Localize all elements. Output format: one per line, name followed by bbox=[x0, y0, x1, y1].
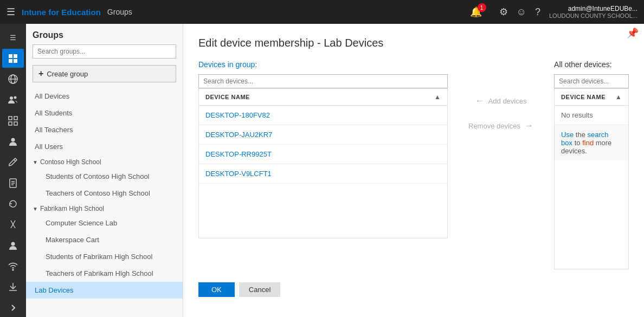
other-sort-icon[interactable]: ▲ bbox=[615, 93, 622, 101]
devices-in-group-table: DEVICE NAME ▲ DESKTOP-180FV82 DESKTOP-JA… bbox=[198, 88, 448, 238]
arrow-left-icon: ← bbox=[475, 96, 484, 106]
sort-icon[interactable]: ▲ bbox=[434, 93, 441, 101]
svg-rect-0 bbox=[9, 54, 12, 58]
group-item-all-users[interactable]: All Users bbox=[26, 138, 183, 155]
other-column-header-label: DEVICE NAME bbox=[561, 94, 606, 100]
group-item-students-contoso[interactable]: Students of Contoso High School bbox=[37, 168, 183, 185]
sidebar-icon-download[interactable] bbox=[2, 277, 24, 296]
brand-label: Intune for Education bbox=[22, 8, 101, 17]
svg-point-13 bbox=[11, 138, 15, 141]
expand-fabrikam-icon: ▼ bbox=[33, 206, 38, 212]
sidebar-icon-pencil[interactable] bbox=[2, 153, 24, 171]
section-label: Groups bbox=[107, 8, 132, 16]
sidebar-icon-expand[interactable] bbox=[2, 299, 24, 317]
search-hint: Use the search box to find moredevices. bbox=[555, 125, 628, 160]
section-contoso[interactable]: ▼ Contoso High School bbox=[26, 155, 183, 168]
create-group-button[interactable]: + Create group bbox=[33, 65, 176, 82]
notifications-area[interactable]: 🔔 1 bbox=[470, 6, 491, 18]
group-item-all-teachers[interactable]: All Teachers bbox=[26, 121, 183, 138]
user-info[interactable]: admin@IntuneEDUBe... LOUDOUN COUNTY SCHO… bbox=[549, 5, 637, 19]
sidebar-icon-refresh[interactable] bbox=[2, 195, 24, 213]
remove-devices-button[interactable]: Remove devices → bbox=[461, 118, 541, 134]
notification-badge: 1 bbox=[478, 3, 486, 12]
svg-rect-10 bbox=[14, 117, 17, 120]
sidebar-icon-hamburger[interactable]: ☰ bbox=[2, 28, 24, 47]
other-empty-space bbox=[555, 160, 628, 269]
svg-point-8 bbox=[14, 96, 17, 99]
group-item-students-fabrikam[interactable]: Students of Fabrikam High School bbox=[37, 248, 183, 265]
section-fabrikam-label: Fabrikam High School bbox=[40, 205, 104, 212]
svg-rect-12 bbox=[14, 122, 17, 125]
sidebar-icon-globe[interactable] bbox=[2, 70, 24, 88]
all-other-devices-header: DEVICE NAME ▲ bbox=[555, 89, 628, 106]
groups-search-area bbox=[33, 44, 176, 59]
groups-panel: Groups + Create group All Devices All St… bbox=[26, 24, 183, 317]
group-item-makerspace-cart[interactable]: Makerspace Cart bbox=[37, 231, 183, 248]
sidebar-icons: ☰ bbox=[0, 24, 26, 317]
groups-list: All Devices All Students All Teachers Al… bbox=[26, 88, 183, 317]
arrow-right-icon: → bbox=[525, 121, 533, 131]
svg-rect-1 bbox=[14, 54, 17, 58]
hamburger-icon[interactable]: ☰ bbox=[7, 6, 15, 18]
group-item-teachers-fabrikam[interactable]: Teachers of Fabrikam High School bbox=[37, 265, 183, 282]
group-item-computer-science-lab[interactable]: Computer Science Lab bbox=[37, 215, 183, 231]
group-item-all-devices[interactable]: All Devices bbox=[26, 88, 183, 105]
pin-icon-area[interactable]: 📌 bbox=[627, 27, 639, 39]
devices-in-group-panel: Devices in group: DEVICE NAME ▲ DESKTOP-… bbox=[198, 60, 448, 238]
sidebar-icon-person[interactable] bbox=[2, 132, 24, 151]
add-devices-label: Add devices bbox=[488, 97, 527, 105]
sidebar-icon-tools[interactable] bbox=[2, 215, 24, 234]
device-row-0[interactable]: DESKTOP-180FV82 bbox=[199, 106, 447, 125]
transfer-controls: ← Add devices Remove devices → bbox=[448, 60, 554, 134]
group-item-all-students[interactable]: All Students bbox=[26, 105, 183, 121]
search-hint-the: the bbox=[576, 131, 588, 139]
remove-devices-label: Remove devices bbox=[468, 122, 520, 130]
device-row-3[interactable]: DESKTOP-V9LCFT1 bbox=[199, 164, 447, 184]
svg-point-21 bbox=[11, 242, 15, 245]
cancel-button[interactable]: Cancel bbox=[239, 282, 280, 297]
sidebar-icon-dashboard[interactable] bbox=[2, 49, 24, 67]
contoso-items: Students of Contoso High School Teachers… bbox=[26, 168, 183, 202]
emoji-icon[interactable]: ☺ bbox=[517, 7, 526, 18]
user-org: LOUDOUN COUNTY SCHOOL... bbox=[549, 12, 637, 19]
settings-icon[interactable]: ⚙ bbox=[499, 6, 508, 18]
main-layout: ☰ bbox=[0, 24, 644, 317]
create-group-label: Create group bbox=[47, 70, 88, 78]
all-other-devices-table: DEVICE NAME ▲ No results Use the search … bbox=[554, 88, 629, 269]
empty-space bbox=[199, 184, 447, 238]
ok-button[interactable]: OK bbox=[198, 282, 235, 297]
search-other-input[interactable] bbox=[554, 74, 629, 88]
device-row-1[interactable]: DESKTOP-JAU2KR7 bbox=[199, 125, 447, 145]
section-fabrikam[interactable]: ▼ Fabrikam High School bbox=[26, 202, 183, 215]
sidebar-icon-person2[interactable] bbox=[2, 236, 24, 255]
groups-search-input[interactable] bbox=[33, 44, 176, 59]
group-item-lab-devices[interactable]: Lab Devices bbox=[26, 282, 183, 299]
search-hint-devices: devices. bbox=[561, 147, 587, 155]
pin-icon: 📌 bbox=[627, 28, 639, 38]
group-item-teachers-contoso[interactable]: Teachers of Contoso High School bbox=[37, 185, 183, 202]
sidebar-icon-grid[interactable] bbox=[2, 111, 24, 130]
svg-point-7 bbox=[10, 96, 13, 100]
help-icon[interactable]: ? bbox=[535, 7, 540, 18]
topbar-left: ☰ Intune for Education Groups bbox=[7, 6, 132, 18]
devices-in-group-label: Devices in group: bbox=[198, 60, 448, 69]
sidebar-icon-wifi[interactable] bbox=[2, 257, 24, 275]
search-hint-to: to bbox=[572, 139, 582, 147]
device-row-2[interactable]: DESKTOP-RR9925T bbox=[199, 145, 447, 164]
svg-line-14 bbox=[14, 159, 16, 161]
user-name: admin@IntuneEDUBe... bbox=[549, 5, 637, 12]
page-title: Edit device membership - Lab Devices bbox=[198, 37, 629, 49]
sidebar-icon-users[interactable] bbox=[2, 90, 24, 109]
section-contoso-label: Contoso High School bbox=[40, 158, 101, 166]
search-in-group-input[interactable] bbox=[198, 74, 448, 88]
in-group-colored-text: in group: bbox=[228, 60, 257, 69]
add-devices-button[interactable]: ← Add devices bbox=[468, 93, 534, 109]
search-hint-find: find bbox=[582, 139, 596, 147]
fabrikam-items: Computer Science Lab Makerspace Cart Stu… bbox=[26, 215, 183, 282]
device-panels: Devices in group: DEVICE NAME ▲ DESKTOP-… bbox=[198, 60, 629, 269]
topbar-right: 🔔 1 ⚙ ☺ ? admin@IntuneEDUBe... LOUDOUN C… bbox=[470, 5, 637, 19]
svg-point-22 bbox=[12, 269, 14, 270]
action-buttons: OK Cancel bbox=[198, 282, 629, 297]
sidebar-icon-document[interactable] bbox=[2, 174, 24, 192]
svg-rect-3 bbox=[14, 59, 17, 63]
